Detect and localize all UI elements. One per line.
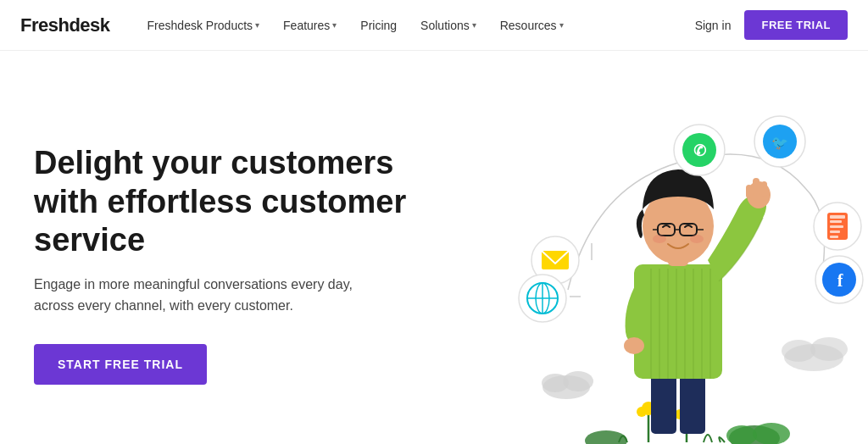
sign-in-link[interactable]: Sign in <box>695 19 732 32</box>
nav-item-solutions[interactable]: Solutions ▾ <box>410 12 487 39</box>
svg-text:🐦: 🐦 <box>771 135 788 151</box>
globe-icon <box>519 275 566 322</box>
chevron-down-icon: ▾ <box>559 20 564 30</box>
free-trial-nav-button[interactable]: FREE TRIAL <box>744 10 848 40</box>
twitter-icon: 🐦 <box>754 116 805 167</box>
chevron-down-icon: ▾ <box>332 20 337 30</box>
start-trial-button[interactable]: START FREE TRIAL <box>34 344 207 385</box>
svg-text:f: f <box>837 271 843 290</box>
svg-rect-58 <box>830 220 842 223</box>
brand-logo[interactable]: Freshdesk <box>20 14 110 36</box>
svg-rect-61 <box>830 236 838 238</box>
cloud-left <box>542 371 593 399</box>
person-right-arm <box>708 196 766 281</box>
hero-subtitle: Engage in more meaningful conversations … <box>34 274 356 317</box>
svg-rect-28 <box>746 185 752 198</box>
hero-title: Delight your customers with effortless c… <box>34 144 441 260</box>
hero-content: Delight your customers with effortless c… <box>34 144 441 385</box>
svg-point-4 <box>810 337 848 361</box>
chevron-down-icon: ▾ <box>472 20 476 30</box>
nav-item-pricing[interactable]: Pricing <box>350 12 407 39</box>
svg-rect-26 <box>753 178 760 197</box>
svg-text:✆: ✆ <box>693 142 707 159</box>
nav-links: Freshdesk Products ▾ Features ▾ Pricing … <box>137 12 695 39</box>
person-left-arm <box>626 281 637 341</box>
nav-item-features[interactable]: Features ▾ <box>273 12 347 39</box>
nav-item-resources[interactable]: Resources ▾ <box>490 12 574 39</box>
svg-rect-60 <box>830 230 840 233</box>
svg-rect-27 <box>761 181 767 197</box>
cloud-right <box>782 337 848 371</box>
svg-point-34 <box>653 235 666 243</box>
svg-point-35 <box>690 235 704 243</box>
nav-item-products[interactable]: Freshdesk Products ▾ <box>137 12 270 39</box>
person-left-hand <box>624 337 644 354</box>
svg-rect-59 <box>830 225 843 228</box>
hero-svg: ✆ 🐦 f <box>441 78 868 444</box>
svg-rect-57 <box>830 215 845 219</box>
svg-point-17 <box>585 430 627 444</box>
svg-point-8 <box>637 407 647 417</box>
chevron-down-icon: ▾ <box>255 20 259 30</box>
navbar: Freshdesk Freshdesk Products ▾ Features … <box>0 0 868 51</box>
hero-illustration: ✆ 🐦 f <box>441 85 868 444</box>
svg-point-5 <box>782 340 815 362</box>
book-icon <box>814 203 861 250</box>
nav-right: Sign in FREE TRIAL <box>695 10 848 40</box>
person-body <box>634 264 722 379</box>
whatsapp-icon: ✆ <box>674 125 725 175</box>
svg-point-15 <box>753 423 790 444</box>
svg-point-2 <box>542 374 569 392</box>
hero-section: Delight your customers with effortless c… <box>0 51 868 444</box>
facebook-icon: f <box>815 256 863 303</box>
